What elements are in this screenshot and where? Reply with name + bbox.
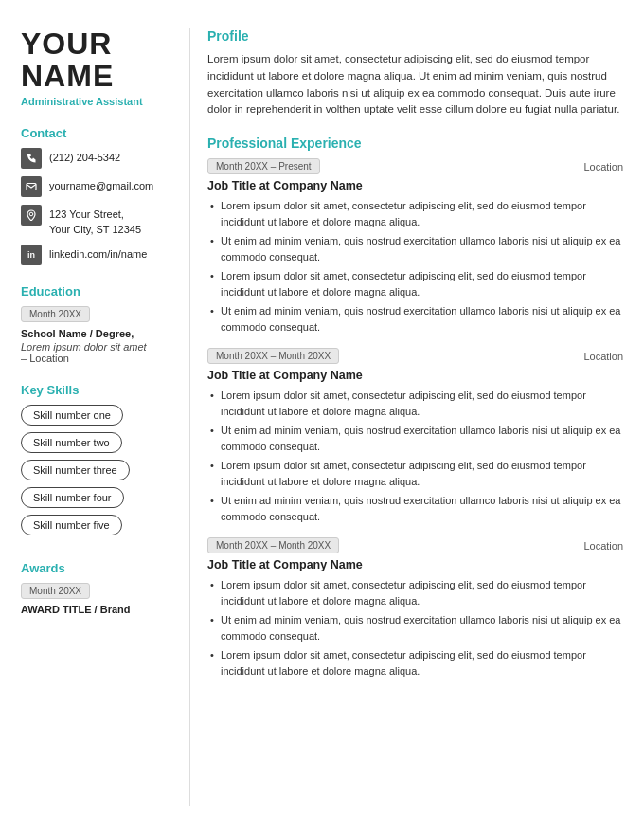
contact-email: yourname@gmail.com xyxy=(21,176,172,197)
awards-section-title: Awards xyxy=(21,561,172,575)
skill-5: Skill number five xyxy=(21,515,122,535)
exp-date-1: Month 20XX – Present xyxy=(207,158,320,174)
award-title: AWARD TITLE / Brand xyxy=(21,604,172,615)
bullet-3-3: Lorem ipsum dolor sit amet, consectetur … xyxy=(207,647,623,679)
svg-rect-0 xyxy=(27,184,36,190)
exp-title-bold-3: Job Title xyxy=(207,558,256,571)
exp-job-title-1: Job Title at Company Name xyxy=(207,179,623,192)
skills-list: Skill number one Skill number two Skill … xyxy=(21,405,172,542)
exp-date-3: Month 20XX – Month 20XX xyxy=(207,537,339,553)
skills-section-title: Key Skills xyxy=(21,383,172,397)
exp-job-title-2: Job Title at Company Name xyxy=(207,369,623,382)
exp-bullets-3: Lorem ipsum dolor sit amet, consectetur … xyxy=(207,577,623,679)
bullet-1-4: Ut enim ad minim veniam, quis nostrud ex… xyxy=(207,303,623,335)
contact-phone: (212) 204-5342 xyxy=(21,148,172,169)
education-location: – Location xyxy=(21,353,172,364)
right-column: Profile Lorem ipsum dolor sit amet, cons… xyxy=(189,28,644,806)
first-name: YOUR xyxy=(21,28,172,61)
education-school: School Name / Degree, xyxy=(21,328,172,339)
linkedin-text: linkedin.com/in/name xyxy=(49,245,147,262)
experience-entry-3: Month 20XX – Month 20XX Location Job Tit… xyxy=(207,537,623,679)
education-section-title: Education xyxy=(21,284,172,299)
education-detail: Lorem ipsum dolor sit amet xyxy=(21,341,172,353)
skill-4: Skill number four xyxy=(21,487,124,508)
exp-company-text-1: at Company Name xyxy=(259,179,363,192)
skill-3: Skill number three xyxy=(21,460,130,480)
resume-container: YOUR NAME Administrative Assistant Conta… xyxy=(0,0,644,834)
location-icon xyxy=(21,205,42,226)
exp-company-text-2: at Company Name xyxy=(259,369,363,382)
bullet-1-1: Lorem ipsum dolor sit amet, consectetur … xyxy=(207,198,623,229)
exp-location-3: Location xyxy=(583,540,623,552)
bullet-2-4: Ut enim ad minim veniam, quis nostrud ex… xyxy=(207,493,623,524)
profile-section-title: Profile xyxy=(207,28,623,44)
bullet-2-3: Lorem ipsum dolor sit amet, consectetur … xyxy=(207,458,623,489)
bullet-1-2: Ut enim ad minim veniam, quis nostrud ex… xyxy=(207,233,623,264)
phone-text: (212) 204-5342 xyxy=(49,148,120,165)
bullet-3-1: Lorem ipsum dolor sit amet, consectetur … xyxy=(207,577,623,608)
email-icon xyxy=(21,176,42,197)
last-name: NAME xyxy=(21,61,172,93)
exp-header-3: Month 20XX – Month 20XX Location xyxy=(207,537,623,553)
exp-header-1: Month 20XX – Present Location xyxy=(207,158,623,174)
bullet-3-2: Ut enim ad minim veniam, quis nostrud ex… xyxy=(207,612,623,644)
contact-address: 123 Your Street, Your City, ST 12345 xyxy=(21,205,172,237)
skill-1: Skill number one xyxy=(21,405,123,426)
bullet-1-3: Lorem ipsum dolor sit amet, consectetur … xyxy=(207,268,623,299)
job-title: Administrative Assistant xyxy=(21,96,172,107)
experience-section-title: Professional Experience xyxy=(207,136,623,151)
exp-title-bold-1: Job Title xyxy=(207,179,256,192)
award-date-badge: Month 20XX xyxy=(21,583,90,599)
contact-linkedin: in linkedin.com/in/name xyxy=(21,245,172,265)
address-text: 123 Your Street, Your City, ST 12345 xyxy=(49,205,141,237)
name-block: YOUR NAME Administrative Assistant xyxy=(21,28,172,107)
exp-title-bold-2: Job Title xyxy=(207,369,256,382)
experience-entry-1: Month 20XX – Present Location Job Title … xyxy=(207,158,623,335)
exp-job-title-3: Job Title at Company Name xyxy=(207,558,623,571)
email-text: yourname@gmail.com xyxy=(49,176,153,193)
education-date-badge: Month 20XX xyxy=(21,306,90,322)
exp-date-2: Month 20XX – Month 20XX xyxy=(207,348,339,364)
left-column: YOUR NAME Administrative Assistant Conta… xyxy=(0,28,189,806)
exp-location-2: Location xyxy=(583,351,623,362)
phone-icon xyxy=(21,148,42,169)
contact-section-title: Contact xyxy=(21,126,172,140)
linkedin-icon: in xyxy=(21,245,42,265)
bullet-2-1: Lorem ipsum dolor sit amet, consectetur … xyxy=(207,388,623,419)
svg-point-1 xyxy=(29,212,33,216)
bullet-2-2: Ut enim ad minim veniam, quis nostrud ex… xyxy=(207,423,623,454)
exp-bullets-2: Lorem ipsum dolor sit amet, consectetur … xyxy=(207,388,623,524)
exp-header-2: Month 20XX – Month 20XX Location xyxy=(207,348,623,364)
skill-2: Skill number two xyxy=(21,432,122,453)
exp-location-1: Location xyxy=(583,161,623,172)
exp-bullets-1: Lorem ipsum dolor sit amet, consectetur … xyxy=(207,198,623,335)
profile-text: Lorem ipsum dolor sit amet, consectetur … xyxy=(207,51,623,118)
exp-company-text-3: at Company Name xyxy=(259,558,363,571)
experience-entry-2: Month 20XX – Month 20XX Location Job Tit… xyxy=(207,348,623,524)
